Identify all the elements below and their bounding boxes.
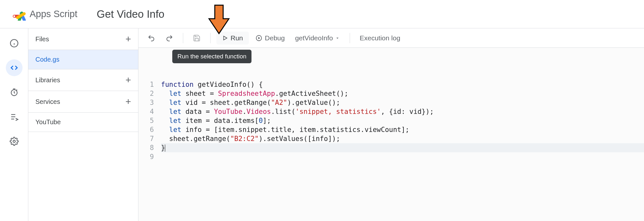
editor-area: Run Debug getVideoInfo Execution log Run…: [138, 28, 644, 221]
undo-button[interactable]: [144, 32, 159, 45]
services-section-header: Services +: [28, 91, 138, 113]
save-button[interactable]: [189, 32, 204, 45]
debug-button[interactable]: Debug: [251, 32, 289, 45]
service-name: YouTube: [35, 118, 61, 126]
svg-point-7: [22, 10, 24, 12]
header: Apps Script Get Video Info: [0, 0, 644, 28]
rail-overview[interactable]: [6, 35, 23, 52]
chevron-down-icon: [335, 35, 340, 41]
arrow-annotation-icon: [208, 3, 230, 37]
debug-icon: [255, 35, 262, 42]
svg-point-4: [14, 15, 15, 17]
file-item-code[interactable]: Code.gs: [28, 50, 138, 69]
execution-log-button[interactable]: Execution log: [356, 32, 404, 45]
brand-name: Apps Script: [30, 9, 77, 19]
code-editor[interactable]: 123456789 function getVideoInfo() { let …: [138, 48, 644, 221]
rail-triggers[interactable]: [6, 84, 23, 101]
run-tooltip: Run the selected function: [172, 50, 251, 63]
redo-button[interactable]: [162, 32, 177, 45]
add-file-button[interactable]: +: [125, 34, 131, 44]
code-content[interactable]: function getVideoInfo() { let sheet = Sp…: [158, 80, 644, 221]
function-selected-name: getVideoInfo: [295, 34, 333, 42]
svg-point-6: [19, 8, 21, 9]
svg-marker-18: [258, 37, 260, 39]
services-label: Services: [35, 98, 60, 105]
execution-log-label: Execution log: [360, 34, 400, 42]
logo-wrap: Apps Script: [12, 6, 77, 22]
add-library-button[interactable]: +: [125, 75, 131, 85]
run-label: Run: [231, 34, 243, 42]
files-section-header: Files +: [28, 28, 138, 50]
svg-point-15: [13, 140, 15, 143]
line-gutter: 123456789: [138, 80, 158, 221]
rail-editor[interactable]: [6, 59, 23, 76]
apps-script-logo-icon: [12, 6, 26, 22]
side-panel: Files + Code.gs Libraries + Services + Y…: [28, 28, 138, 221]
debug-label: Debug: [265, 34, 285, 42]
toolbar-separator: [350, 33, 350, 43]
rail-executions[interactable]: [6, 108, 23, 125]
toolbar-separator: [183, 33, 183, 43]
file-name: Code.gs: [35, 56, 60, 63]
left-rail: [0, 28, 28, 221]
function-select[interactable]: getVideoInfo: [291, 32, 344, 45]
add-service-button[interactable]: +: [125, 97, 131, 106]
rail-settings[interactable]: [6, 133, 23, 150]
libraries-section-header: Libraries +: [28, 69, 138, 91]
files-label: Files: [35, 35, 49, 43]
svg-point-5: [14, 10, 16, 12]
project-title[interactable]: Get Video Info: [97, 8, 164, 20]
service-item-youtube[interactable]: YouTube: [28, 113, 138, 132]
libraries-label: Libraries: [35, 76, 60, 84]
